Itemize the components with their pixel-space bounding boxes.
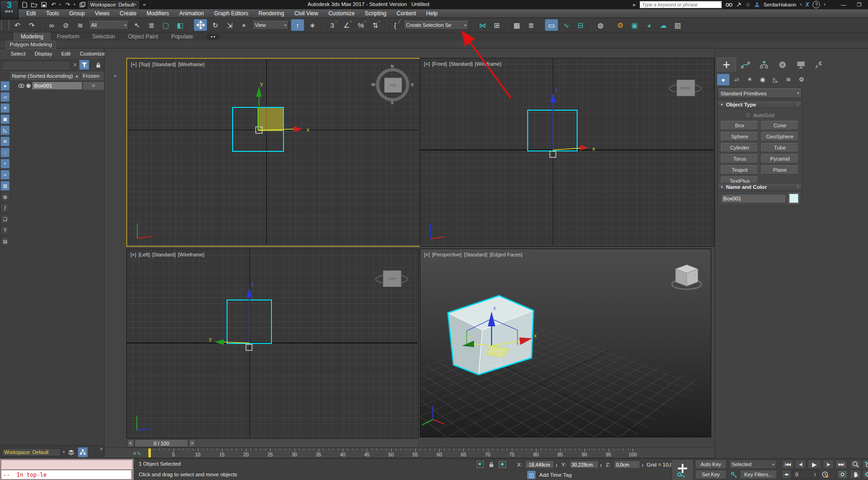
filter-cameras[interactable]: ▣ xyxy=(0,114,10,124)
play-button[interactable]: ▶ xyxy=(807,460,821,469)
object-name-cell[interactable]: Box001 xyxy=(32,82,82,89)
snaps-toggle-button[interactable]: 3∩ xyxy=(326,19,339,31)
rectangular-selection-region-button[interactable]: ▢ xyxy=(160,19,172,31)
viewport-label-segment[interactable]: [+] xyxy=(130,252,136,257)
x-coord-field[interactable]: -18,449cm▲▼ xyxy=(525,461,554,468)
viewport-label-segment[interactable]: [Wireframe] xyxy=(178,62,204,67)
listener-pane[interactable]: -- In top-le xyxy=(1,470,132,480)
filter-materials[interactable]: ◍ xyxy=(0,192,10,202)
toggle-ribbon-button[interactable]: ▭ xyxy=(545,19,558,31)
filter-lights[interactable]: ☀ xyxy=(0,103,10,113)
redo-scene-button[interactable]: ↷ xyxy=(64,1,72,8)
workspace-dropdown[interactable]: Workspace: Default▾ xyxy=(88,1,139,9)
viewport-left[interactable]: [+][Left][Standard][Wireframe] z y xyxy=(126,249,419,438)
ribbon-tab[interactable]: Populate xyxy=(165,32,199,41)
visibility-eye-icon[interactable] xyxy=(18,84,25,88)
schematic-view-button[interactable]: ⊟ xyxy=(574,19,587,31)
go-to-end-button[interactable]: ▶▶| xyxy=(835,460,847,469)
workspace-switcher-dropdown[interactable]: Workspace: Default xyxy=(2,448,61,456)
viewcube-front[interactable]: FRONT xyxy=(668,75,703,101)
current-frame-field[interactable]: 0▲▼ xyxy=(793,470,819,479)
save-file-button[interactable] xyxy=(40,1,48,8)
scene-explorer-row-box001[interactable]: Box001 ❄ xyxy=(10,81,104,90)
tab-modify[interactable] xyxy=(736,58,755,72)
macro-recorder-pane[interactable] xyxy=(1,460,133,470)
select-and-link-button[interactable]: ∞ xyxy=(45,19,58,31)
isolate-selection-toggle[interactable] xyxy=(476,461,484,468)
object-type-button[interactable]: Sphere xyxy=(721,132,758,141)
frozen-toggle-cell[interactable]: ❄ xyxy=(83,82,104,90)
scene-explorer-menu-item[interactable]: Edit xyxy=(57,51,75,56)
next-frame-button[interactable]: |▶ xyxy=(823,460,834,469)
render-setup-button[interactable]: ⚙ xyxy=(614,19,627,31)
rendered-frame-window-button[interactable]: ▣ xyxy=(628,19,641,31)
viewcube-compass[interactable]: N S W E TOP xyxy=(373,65,412,104)
menu-item[interactable]: Scripting xyxy=(360,9,392,18)
a360-gallery-button[interactable]: ▥ xyxy=(671,19,684,31)
viewcube-perspective[interactable] xyxy=(669,262,704,292)
z-coord-field[interactable]: 0,0cm▲▼ xyxy=(614,461,640,468)
workspace-overflow-chevron[interactable]: » xyxy=(100,446,102,451)
y-coord-field[interactable]: 30,228cm▲▼ xyxy=(570,461,598,468)
primitive-category-dropdown[interactable]: Standard Primitives▾ xyxy=(718,88,802,98)
zoom-region-button[interactable] xyxy=(837,470,848,479)
key-step-arrows[interactable]: ◀▶ xyxy=(782,470,791,479)
tab-display[interactable] xyxy=(792,58,810,72)
filter-plugins[interactable]: ▤ xyxy=(0,237,10,246)
menu-item[interactable]: Group xyxy=(64,9,90,18)
viewport-label-segment[interactable]: [Top] xyxy=(139,62,150,67)
create-shapes-category[interactable]: ▱ xyxy=(731,74,743,85)
material-editor-button[interactable]: ◍ xyxy=(594,19,607,31)
filter-particles[interactable]: ∴ xyxy=(0,148,10,157)
viewport-label-segment[interactable]: [Standard] xyxy=(152,62,176,67)
create-space-warps-category[interactable]: ≋ xyxy=(782,74,794,85)
bind-to-space-warp-button[interactable]: ≋ xyxy=(74,19,86,31)
filter-assemblies[interactable]: ❏ xyxy=(0,214,10,224)
object-type-button[interactable]: Torus xyxy=(721,154,758,163)
object-color-swatch[interactable] xyxy=(789,193,799,203)
layers-stack-icon[interactable] xyxy=(67,448,76,457)
object-type-button[interactable]: Cylinder xyxy=(721,143,758,152)
object-type-button[interactable]: GeoSphere xyxy=(761,132,799,141)
max-logo-menu[interactable]: 3 MAX xyxy=(0,0,18,19)
viewport-perspective[interactable]: [+][Perspective][Standard][Edged Faces] xyxy=(420,249,711,437)
ribbon-tab[interactable]: Selection xyxy=(86,32,121,41)
tab-utilities[interactable] xyxy=(810,58,829,72)
menu-item[interactable]: Create xyxy=(115,9,142,18)
viewport-label-segment[interactable]: [+] xyxy=(424,61,430,67)
filter-selection-sets[interactable]: Y xyxy=(0,225,10,235)
filter-helpers[interactable]: ◺ xyxy=(0,125,10,135)
create-cameras-category[interactable]: ◉ xyxy=(757,74,769,85)
object-type-button[interactable]: Box xyxy=(721,121,758,130)
viewport-label-segment[interactable]: [+] xyxy=(424,252,430,257)
render-production-button[interactable]: ◕ xyxy=(643,19,655,31)
toolbar-overflow-chevron[interactable]: » xyxy=(114,73,116,78)
filter-xrefs[interactable]: ƒ xyxy=(0,203,10,213)
search-icon[interactable] xyxy=(726,2,733,7)
edit-named-selection-sets-button[interactable]: {╱ xyxy=(389,19,401,31)
selection-filter-dropdown[interactable]: All▾ xyxy=(89,21,129,30)
search-input[interactable] xyxy=(640,1,722,8)
select-by-name-button[interactable]: ≣ xyxy=(145,19,158,31)
filter-groups[interactable]: ⌗ xyxy=(0,170,10,180)
minimize-button[interactable]: — xyxy=(837,1,850,8)
time-slider-handle[interactable]: 0 / 100 xyxy=(135,439,188,447)
object-type-button[interactable]: Cone xyxy=(761,121,799,130)
clear-search-icon[interactable]: ✕ xyxy=(73,62,77,68)
create-lights-category[interactable]: ☀ xyxy=(744,74,756,85)
key-mode-toggle-icon[interactable] xyxy=(730,471,738,479)
viewport-label-segment[interactable]: [Standard] xyxy=(449,61,473,67)
ribbon-tab[interactable]: Freeform xyxy=(50,32,86,41)
scene-explorer-menu-item[interactable]: Customize xyxy=(76,51,109,56)
render-in-cloud-button[interactable]: ☁ xyxy=(657,19,670,31)
set-key-button[interactable]: Set Key xyxy=(695,470,726,479)
viewport-label-segment[interactable]: [Front] xyxy=(432,61,447,67)
workspace-dropdown-arrow[interactable]: ▾ xyxy=(63,450,65,454)
menu-item[interactable]: Views xyxy=(90,9,115,18)
menu-item[interactable]: Animation xyxy=(174,9,209,18)
window-crossing-button[interactable]: ◧ xyxy=(174,19,186,31)
help-dropdown-arrow[interactable]: ▾ xyxy=(824,3,825,6)
tab-create[interactable] xyxy=(717,57,736,72)
create-geometry-category[interactable]: ● xyxy=(717,74,730,86)
align-button[interactable]: ⊞ xyxy=(491,19,503,31)
